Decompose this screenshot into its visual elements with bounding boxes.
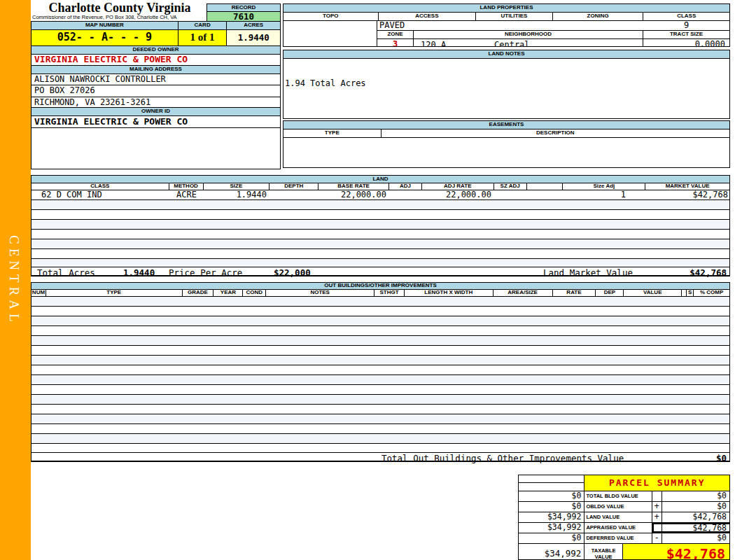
zone-value: 3	[377, 39, 414, 46]
ob-totals-row: Total Out Buildings & Other Improvements…	[31, 452, 729, 461]
map-number-value: 052- - A- - - 9	[31, 30, 178, 46]
ps-value: $0	[662, 491, 729, 501]
ps-label: OBLDG VALUE	[584, 502, 652, 512]
ob-col-pct-comp: % COMP	[694, 290, 729, 296]
ob-col-dep: DEP	[596, 290, 624, 296]
ps-prior: $0	[519, 491, 584, 501]
card-label: CARD	[178, 22, 227, 29]
card-value: 1 of 1	[178, 30, 227, 46]
county-title: Charlotte County Virginia	[32, 1, 207, 15]
ps-row-taxable: $34,992 TAXABLE VALUE $42,768	[519, 544, 729, 559]
mailing-address-block: ALISON NAWROCKI CONTROLLER PO BOX 27026 …	[31, 74, 280, 108]
ps-op: -	[652, 533, 662, 543]
ob-col-value: VALUE	[624, 290, 682, 296]
ps-op: +	[652, 502, 662, 512]
land-market-value: $42,768	[647, 190, 728, 199]
ps-row-total-bldg: $0 TOTAL BLDG VALUE $0	[519, 491, 729, 502]
ps-value: $42,768	[662, 512, 729, 522]
price-per-acre-value: $22,000	[274, 267, 311, 279]
ob-col-length-width: LENGTH X WIDTH	[405, 290, 493, 296]
ps-prior: $0	[519, 502, 584, 512]
ps-taxable-value: $42,768	[623, 544, 729, 559]
land-size-adj-value: 1	[564, 190, 626, 199]
price-per-acre-label: Price Per Acre	[169, 267, 242, 279]
parcel-summary-title: PARCEL SUMMARY	[584, 475, 729, 491]
ps-taxable-label: TAXABLE VALUE	[584, 544, 623, 559]
ob-total-value: $0	[716, 453, 727, 463]
land-col-blank	[527, 183, 564, 190]
ps-taxable-prior: $34,992	[519, 544, 584, 559]
acres-label: ACRES	[227, 22, 280, 29]
zoning-header: ZONING	[553, 13, 644, 20]
ob-col-rate: RATE	[553, 290, 596, 296]
district-ribbon-label: CENTRAL	[6, 235, 22, 326]
land-col-market-value: MARKET VALUE	[645, 183, 729, 190]
land-col-class: CLASS	[31, 183, 169, 190]
ob-col-cond: COND	[243, 290, 266, 296]
ps-row-land: $34,992 LAND VALUE + $42,768	[519, 512, 729, 523]
neighborhood-code: 120 A	[421, 40, 446, 46]
neighborhood-value: 120 A Central	[414, 39, 643, 46]
ps-label: DEFERRED VALUE	[584, 533, 652, 543]
total-acres-label: Total Acres	[37, 267, 95, 279]
land-properties-title: LAND PROPERTIES	[284, 4, 729, 13]
parcel-summary-section: PARCEL SUMMARY $0 TOTAL BLDG VALUE $0 $0…	[518, 475, 730, 560]
ps-prior: $0	[519, 533, 584, 543]
owner-id-value: VIRGINIA ELECTRIC & POWER CO	[31, 116, 280, 128]
land-data-row: 62 D COM IND ACRE 1.9440 22,000.00 22,00…	[31, 190, 729, 200]
ob-total-label: Total Out Buildings & Other Improvements…	[382, 453, 624, 463]
ps-prior: $34,992	[519, 512, 584, 522]
deeded-owner-value: VIRGINIA ELECTRIC & POWER CO	[31, 55, 280, 66]
land-totals-row: Total Acres 1.9440 Price Per Acre $22,00…	[31, 267, 729, 275]
tract-size-value: 0.0000	[643, 39, 729, 46]
ps-row-appraised: $34,992 APPRAISED VALUE $42,768	[519, 523, 729, 533]
land-base-rate-value: 22,000.00	[319, 190, 386, 199]
land-col-size-adj: Size Adj	[563, 183, 645, 190]
land-col-method: METHOD	[169, 183, 204, 190]
land-col-adj: ADJ	[389, 183, 422, 190]
land-class-value: 62 D COM IND	[41, 190, 102, 199]
land-col-depth: DEPTH	[270, 183, 318, 190]
owner-id-label: OWNER ID	[31, 108, 280, 116]
ob-col-area-size: AREA/SIZE	[493, 290, 553, 296]
total-acres-value: 1.9440	[123, 267, 155, 279]
ob-col-notes: NOTES	[266, 290, 374, 296]
tract-size-label: TRACT SIZE	[643, 31, 729, 38]
topo-header: TOPO	[284, 13, 379, 20]
ps-op: +	[652, 512, 662, 522]
ps-label: TOTAL BLDG VALUE	[584, 491, 652, 501]
land-col-sz-adj-tbl: SZ ADJ TBL	[494, 183, 527, 190]
map-number-label: MAP NUMBER	[31, 22, 178, 29]
acres-value: 1.9440	[227, 30, 280, 46]
land-col-adj-rate: ADJ RATE	[422, 183, 494, 190]
ps-op	[652, 491, 662, 501]
easements-title: EASEMENTS	[284, 121, 729, 130]
easement-description-header: DESCRIPTION	[382, 130, 729, 137]
land-market-value-total: $42,768	[690, 267, 727, 279]
address-line: PO BOX 27026	[31, 85, 280, 97]
class-value: 9	[643, 21, 729, 29]
address-line: ALISON NAWROCKI CONTROLLER	[31, 74, 280, 85]
ps-label: LAND VALUE	[584, 512, 652, 522]
county-subtitle: Commissioner of the Revenue, PO Box 308,…	[32, 15, 207, 20]
ps-op	[652, 523, 662, 533]
ps-label: APPRAISED VALUE	[584, 523, 652, 533]
ob-col-grade: GRADE	[183, 290, 214, 296]
mailing-address-label: MAILING ADDRESS	[31, 66, 280, 74]
easements-body	[284, 138, 729, 167]
utilities-header: UTILITIES	[476, 13, 553, 20]
land-method-value: ACRE	[169, 190, 204, 199]
land-col-base-rate: BASE RATE	[318, 183, 389, 190]
owner-panel: MAP NUMBER CARD ACRES 052- - A- - - 9 1 …	[31, 21, 281, 169]
ps-header-blank	[519, 475, 584, 491]
neighborhood-label: NEIGHBORHOOD	[414, 31, 643, 38]
ob-col-type: TYPE	[46, 290, 183, 296]
ps-value: $42,768	[662, 523, 729, 533]
topo-value	[284, 21, 377, 46]
easement-type-header: TYPE	[284, 130, 382, 137]
class-header: CLASS	[643, 13, 729, 20]
land-note-text: 1.94 Total Acres	[285, 78, 366, 88]
property-record-card: CENTRAL Charlotte County Virginia Commis…	[0, 0, 735, 560]
out-buildings-section: OUT BUILDINGS/OTHER IMPROVEMENTS NUM TYP…	[31, 282, 730, 462]
land-section: LAND CLASS METHOD SIZE DEPTH BASE RATE A…	[31, 175, 730, 276]
